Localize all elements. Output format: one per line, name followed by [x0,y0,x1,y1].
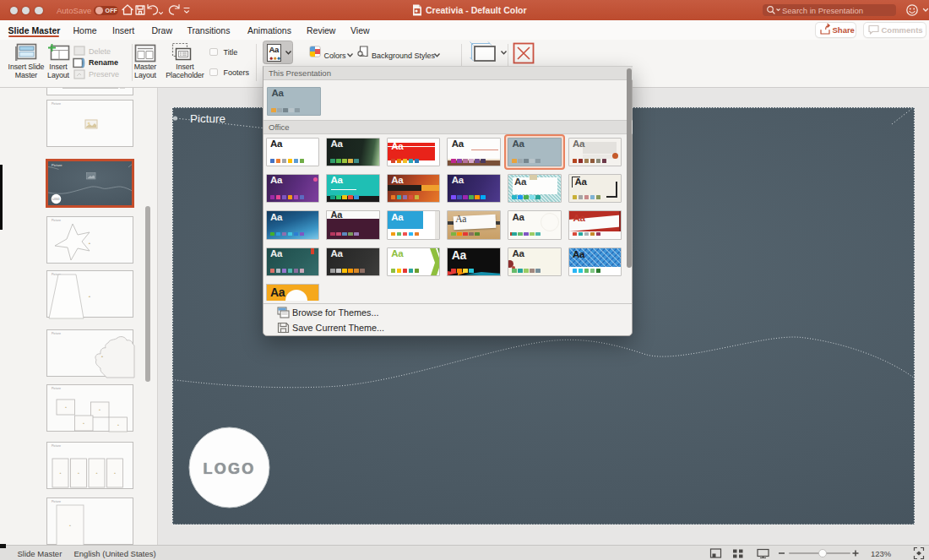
svg-text:Picture: Picture [190,112,225,125]
svg-text:▲: ▲ [99,408,101,411]
svg-text:▲: ▲ [78,471,80,475]
svg-text:▲: ▲ [117,423,120,427]
svg-text:LOGO: LOGO [52,198,59,201]
svg-text:▲: ▲ [114,471,117,475]
svg-text:LOGO: LOGO [204,459,256,476]
svg-text:▲: ▲ [65,405,68,409]
svg-text:▲: ▲ [83,421,85,425]
svg-text:▲: ▲ [95,471,98,475]
svg-text:▲: ▲ [59,471,62,475]
svg-text:Share: Share [833,24,855,34]
svg-text:▲: ▲ [88,295,90,298]
svg-text:▲: ▲ [101,355,103,358]
svg-text:▲: ▲ [69,524,72,527]
svg-text:▲: ▲ [88,242,90,245]
svg-text:Comments: Comments [882,24,923,34]
